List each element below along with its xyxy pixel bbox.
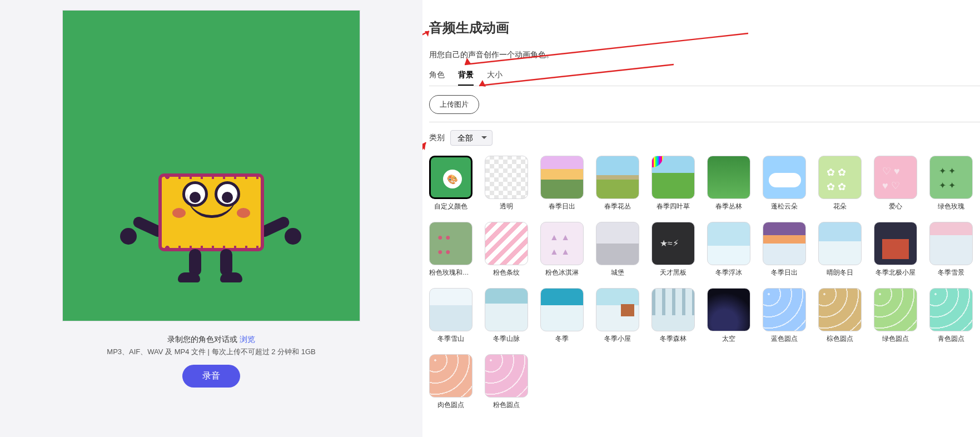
background-thumb (596, 156, 639, 199)
background-tile-label: 透明 (485, 202, 528, 211)
background-thumb (651, 156, 695, 199)
settings-panel: 音频生成动画 用您自己的声音创作一个动画角色。 角色背景大小 上传图片 类别 全… (422, 0, 980, 437)
background-tile-label: 冬季小屋 (596, 335, 639, 343)
tab-背景[interactable]: 背景 (458, 68, 474, 86)
background-tile-label: 春季四叶草 (651, 202, 695, 211)
background-thumb (540, 156, 584, 199)
character-illustration (133, 132, 289, 288)
background-thumb (596, 222, 639, 265)
background-tile[interactable]: 花朵 (818, 156, 862, 211)
background-tile[interactable]: 绿色圆点 (874, 288, 917, 343)
background-tile[interactable]: 冬季雪山 (429, 288, 472, 343)
background-thumb (929, 222, 973, 265)
background-tile[interactable]: 太空 (707, 288, 750, 343)
background-thumb (818, 222, 862, 265)
background-tile[interactable]: 冬季 (540, 288, 584, 343)
background-tile-label: 蓝色圆点 (763, 335, 806, 343)
background-tile[interactable]: 肉色圆点 (429, 354, 472, 409)
background-tile[interactable]: 冬季森林 (651, 288, 695, 343)
background-tile[interactable]: 粉色冰淇淋 (540, 222, 584, 277)
background-thumb (540, 288, 584, 331)
tab-角色[interactable]: 角色 (429, 68, 445, 86)
background-tile[interactable]: 绿色玫瑰 (929, 156, 973, 211)
background-thumb (651, 222, 695, 265)
record-button[interactable]: 录音 (182, 365, 240, 388)
background-tile-label: 晴朗冬日 (818, 269, 862, 277)
background-tile-label: 蓬松云朵 (763, 202, 806, 211)
background-thumb (818, 156, 862, 199)
background-tile-label: 冬季雪山 (429, 335, 472, 343)
category-label: 类别 (429, 133, 445, 143)
background-tile[interactable]: 冬季日出 (763, 222, 806, 277)
background-tile-label: 粉色条纹 (485, 269, 528, 277)
background-thumb (929, 156, 973, 199)
background-thumb (763, 156, 806, 199)
background-thumb (429, 222, 472, 265)
background-thumb (874, 222, 917, 265)
svg-line-0 (422, 31, 429, 49)
background-tile-label: 太空 (707, 335, 750, 343)
background-tile-label: 冬季山脉 (485, 335, 528, 343)
background-tile[interactable]: 透明 (485, 156, 528, 211)
background-thumb (485, 288, 528, 331)
background-thumb (429, 354, 472, 398)
record-caption-text: 录制您的角色对话或 (167, 335, 237, 344)
background-tile-label: 粉色圆点 (485, 401, 528, 409)
category-select[interactable]: 全部 (450, 130, 493, 146)
svg-line-6 (422, 142, 426, 234)
background-thumb (707, 156, 750, 199)
background-thumb (429, 288, 472, 331)
background-tile[interactable]: 棕色圆点 (818, 288, 862, 343)
preview-canvas (62, 10, 360, 321)
page-subtitle: 用您自己的声音创作一个动画角色。 (429, 50, 980, 60)
background-tile[interactable]: 粉色圆点 (485, 354, 528, 409)
background-tile[interactable]: 晴朗冬日 (818, 222, 862, 277)
record-caption: 录制您的角色对话或 浏览 (167, 335, 255, 345)
background-tile-label: 冬季雪景 (929, 269, 973, 277)
section-divider (429, 122, 980, 122)
background-tile[interactable]: 天才黑板 (651, 222, 695, 277)
background-thumb (596, 288, 639, 331)
background-tile-label: 粉色冰淇淋 (540, 269, 584, 277)
background-tile-label: 花朵 (818, 202, 862, 211)
background-thumb (707, 222, 750, 265)
background-tile[interactable]: 春季日出 (540, 156, 584, 211)
background-tile-label: 春季日出 (540, 202, 584, 211)
upload-image-button[interactable]: 上传图片 (429, 95, 479, 114)
svg-marker-1 (425, 31, 429, 37)
background-tile[interactable]: 城堡 (596, 222, 639, 277)
background-thumb (874, 156, 917, 199)
background-thumb (818, 288, 862, 331)
background-tile[interactable]: 蓬松云朵 (763, 156, 806, 211)
tabs: 角色背景大小 (429, 68, 980, 86)
background-tile[interactable]: 冬季雪景 (929, 222, 973, 277)
background-tile[interactable]: 爱心 (874, 156, 917, 211)
background-tile[interactable]: 🎨自定义颜色 (429, 156, 472, 211)
background-tile-label: 冬季森林 (651, 335, 695, 343)
background-tile[interactable]: 冬季山脉 (485, 288, 528, 343)
background-thumb (651, 288, 695, 331)
browse-link[interactable]: 浏览 (240, 335, 255, 344)
background-tile[interactable]: 粉色条纹 (485, 222, 528, 277)
background-tile[interactable]: 冬季小屋 (596, 288, 639, 343)
background-grid: 🎨自定义颜色透明春季日出春季花丛春季四叶草春季丛林蓬松云朵花朵爱心绿色玫瑰粉色玫… (429, 156, 980, 409)
background-tile-label: 春季丛林 (707, 202, 750, 211)
background-tile[interactable]: 冬季北极小屋 (874, 222, 917, 277)
background-tile-label: 天才黑板 (651, 269, 695, 277)
background-tile[interactable]: 青色圆点 (929, 288, 973, 343)
page-title: 音频生成动画 (429, 19, 980, 37)
tab-大小[interactable]: 大小 (487, 68, 503, 86)
background-thumb (485, 354, 528, 398)
background-thumb (485, 156, 528, 199)
background-tile[interactable]: 粉色玫瑰和绿叶 (429, 222, 472, 277)
background-tile[interactable]: 冬季浮冰 (707, 222, 750, 277)
background-tile-label: 春季花丛 (596, 202, 639, 211)
background-tile-label: 绿色圆点 (874, 335, 917, 343)
background-tile[interactable]: 春季四叶草 (651, 156, 695, 211)
background-tile[interactable]: 春季花丛 (596, 156, 639, 211)
preview-panel: 录制您的角色对话或 浏览 MP3、AIF、WAV 及 MP4 文件 | 每次上传… (0, 0, 422, 437)
background-tile-label: 城堡 (596, 269, 639, 277)
background-tile[interactable]: 蓝色圆点 (763, 288, 806, 343)
background-tile[interactable]: 春季丛林 (707, 156, 750, 211)
background-tile-label: 冬季浮冰 (707, 269, 750, 277)
